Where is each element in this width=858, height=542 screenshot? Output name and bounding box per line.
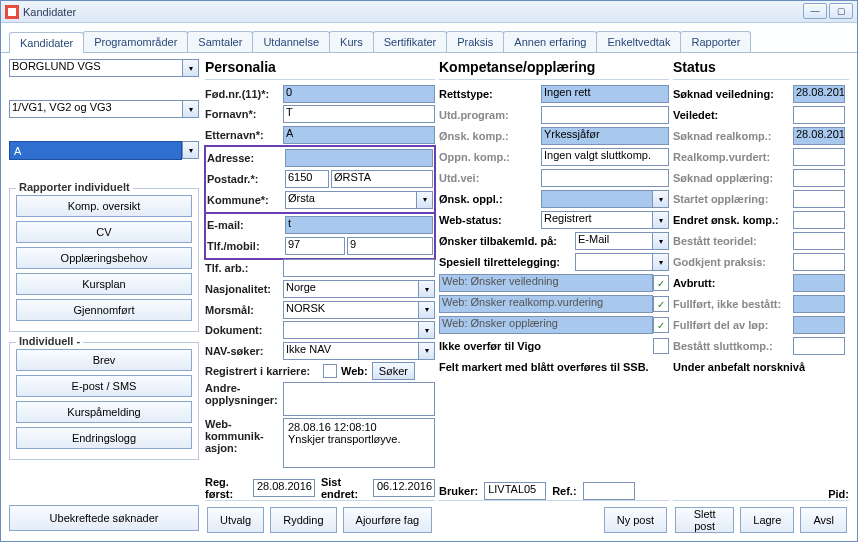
- etternavn-input[interactable]: A: [283, 126, 435, 144]
- status-input[interactable]: [793, 295, 845, 313]
- status-input[interactable]: [793, 316, 845, 334]
- slett-post-button[interactable]: Slett post: [675, 507, 734, 533]
- status-input[interactable]: [793, 190, 845, 208]
- gjennomfort-button[interactable]: Gjennomført: [16, 299, 192, 321]
- status-row: Veiledet:: [673, 105, 849, 125]
- chevron-down-icon[interactable]: ▾: [418, 342, 435, 360]
- chevron-down-icon[interactable]: ▾: [418, 280, 435, 298]
- rydding-button[interactable]: Rydding: [270, 507, 336, 533]
- kompetanse-select[interactable]: ▾: [541, 190, 669, 208]
- kompetanse-label: Rettstype:: [439, 88, 541, 100]
- bruker-input[interactable]: LIVTAL05: [484, 482, 546, 500]
- ubekreftede-button[interactable]: Ubekreftede søknader: [9, 505, 199, 531]
- chevron-down-icon[interactable]: ▾: [652, 232, 669, 250]
- status-input[interactable]: [793, 253, 845, 271]
- status-input[interactable]: [793, 337, 845, 355]
- ny-post-button[interactable]: Ny post: [604, 507, 667, 533]
- web-soker-button[interactable]: Søker: [372, 362, 415, 380]
- status-input[interactable]: [793, 274, 845, 292]
- status-input[interactable]: [793, 169, 845, 187]
- poststed-input[interactable]: ØRSTA: [331, 170, 433, 188]
- chevron-down-icon[interactable]: ▾: [652, 190, 669, 208]
- candidate-select[interactable]: A▾: [9, 141, 199, 178]
- ikke-overfor-check[interactable]: [653, 338, 669, 354]
- avslutt-button[interactable]: Avsl: [800, 507, 847, 533]
- tlfarb-input[interactable]: [283, 259, 435, 277]
- chevron-down-icon[interactable]: ▾: [652, 211, 669, 229]
- ref-input[interactable]: [583, 482, 635, 500]
- tab-praksis[interactable]: Praksis: [446, 31, 504, 52]
- chevron-down-icon[interactable]: ▾: [416, 191, 433, 209]
- status-input[interactable]: 28.08.201: [793, 127, 845, 145]
- web-check[interactable]: ✓: [653, 317, 669, 333]
- adresse-input[interactable]: [285, 149, 433, 167]
- status-input[interactable]: 28.08.201: [793, 85, 845, 103]
- fornavn-input[interactable]: T: [283, 105, 435, 123]
- status-input[interactable]: [793, 148, 845, 166]
- tab-kandidater[interactable]: Kandidater: [9, 32, 84, 53]
- maximize-button[interactable]: ▢: [829, 3, 853, 19]
- epost-sms-button[interactable]: E-post / SMS: [16, 375, 192, 397]
- fod-input[interactable]: 0: [283, 85, 435, 103]
- web-check[interactable]: ✓: [653, 296, 669, 312]
- status-input[interactable]: [793, 232, 845, 250]
- footer-right: Slett post Lagre Avsl: [673, 500, 849, 535]
- komp-oversikt-button[interactable]: Komp. oversikt: [16, 195, 192, 217]
- tab-utdannelse[interactable]: Utdannelse: [252, 31, 330, 52]
- morsmal-select[interactable]: NORSK▾: [283, 301, 435, 319]
- status-input[interactable]: [793, 106, 845, 124]
- minimize-button[interactable]: —: [803, 3, 827, 19]
- tab-annen-erfaring[interactable]: Annen erfaring: [503, 31, 597, 52]
- tab-rapporter[interactable]: Rapporter: [680, 31, 751, 52]
- kompetanse-input[interactable]: [541, 106, 669, 124]
- kompetanse-input[interactable]: Ingen valgt sluttkomp.: [541, 148, 669, 166]
- tab-enkeltvedtak[interactable]: Enkeltvedtak: [596, 31, 681, 52]
- chevron-down-icon[interactable]: ▾: [182, 59, 199, 77]
- kompetanse-input[interactable]: Ingen rett: [541, 85, 669, 103]
- webkom-textarea[interactable]: 28.08.16 12:08:10 Ynskjer transportløyve…: [283, 418, 435, 468]
- opplaeringsbehov-button[interactable]: Opplæringsbehov: [16, 247, 192, 269]
- kompetanse-select[interactable]: ▾: [575, 253, 669, 271]
- kompetanse-row: Ønsk. oppl.:▾: [439, 189, 669, 209]
- tab-kurs[interactable]: Kurs: [329, 31, 374, 52]
- nav-select[interactable]: Ikke NAV▾: [283, 342, 435, 360]
- ajourfore-button[interactable]: Ajourføre fag: [343, 507, 433, 533]
- email-input[interactable]: t: [285, 216, 433, 234]
- tlf2-input[interactable]: 9: [347, 237, 433, 255]
- dokument-select[interactable]: ▾: [283, 321, 435, 339]
- postnr-input[interactable]: 6150: [285, 170, 329, 188]
- nasjonalitet-select[interactable]: Norge▾: [283, 280, 435, 298]
- sistendret-input[interactable]: 06.12.2016: [373, 479, 435, 497]
- chevron-down-icon[interactable]: ▾: [418, 321, 435, 339]
- endringslogg-button[interactable]: Endringslogg: [16, 427, 192, 449]
- tab-samtaler[interactable]: Samtaler: [187, 31, 253, 52]
- status-input[interactable]: [793, 211, 845, 229]
- web-check[interactable]: ✓: [653, 275, 669, 291]
- chevron-down-icon[interactable]: ▾: [182, 141, 199, 159]
- utvalg-button[interactable]: Utvalg: [207, 507, 264, 533]
- cv-button[interactable]: CV: [16, 221, 192, 243]
- chevron-down-icon[interactable]: ▾: [418, 301, 435, 319]
- kursplan-button[interactable]: Kursplan: [16, 273, 192, 295]
- tab-sertifikater[interactable]: Sertifikater: [373, 31, 448, 52]
- level-select[interactable]: 1/VG1, VG2 og VG3▾: [9, 100, 199, 137]
- tab-programomrader[interactable]: Programområder: [83, 31, 188, 52]
- chevron-down-icon[interactable]: ▾: [652, 253, 669, 271]
- school-select[interactable]: BORGLUND VGS▾: [9, 59, 199, 96]
- kompetanse-select[interactable]: E-Mail▾: [575, 232, 669, 250]
- kurspamelding-button[interactable]: Kurspåmelding: [16, 401, 192, 423]
- brev-button[interactable]: Brev: [16, 349, 192, 371]
- regkarriere-check[interactable]: [323, 364, 337, 378]
- lagre-button[interactable]: Lagre: [740, 507, 794, 533]
- andre-input[interactable]: [283, 382, 435, 416]
- kompetanse-row: Ønsker tilbakemld. på:E-Mail▾: [439, 231, 669, 251]
- kommune-select[interactable]: Ørsta▾: [285, 191, 433, 209]
- kompetanse-input[interactable]: Yrkessjåfør: [541, 127, 669, 145]
- regforst-input[interactable]: 28.08.2016: [253, 479, 315, 497]
- status-label: Avbrutt:: [673, 277, 793, 289]
- chevron-down-icon[interactable]: ▾: [182, 100, 199, 118]
- personalia-col: Personalia Fød.nr.(11)*:0 Fornavn*:T Ett…: [205, 59, 435, 535]
- kompetanse-input[interactable]: [541, 169, 669, 187]
- tlf1-input[interactable]: 97: [285, 237, 345, 255]
- kompetanse-select[interactable]: Registrert▾: [541, 211, 669, 229]
